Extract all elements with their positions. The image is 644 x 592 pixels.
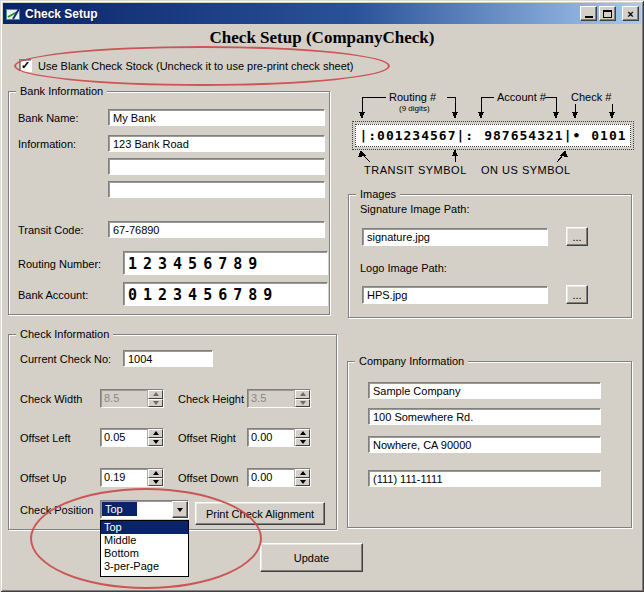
company-name-input[interactable] <box>368 382 601 399</box>
offset-up-stepper[interactable]: 0.19 <box>100 468 164 487</box>
offset-right-stepper[interactable]: 0.00 <box>247 428 311 447</box>
spin-down-icon <box>295 399 310 408</box>
routing-number-input[interactable] <box>123 251 328 275</box>
current-check-no-input[interactable] <box>123 350 213 367</box>
micr-annotation-diagram: Routing # (9 digits) Account # Check # T… <box>348 90 640 184</box>
spin-up-icon <box>148 390 163 399</box>
offset-down-stepper[interactable]: 0.00 <box>247 468 311 487</box>
dropdown-option-middle[interactable]: Middle <box>101 534 188 547</box>
use-blank-check-stock-label: Use Blank Check Stock (Uncheck it to use… <box>38 60 353 73</box>
spin-down-icon <box>148 438 163 447</box>
bank-name-input[interactable] <box>108 109 325 126</box>
check-position-label: Check Position <box>20 504 93 517</box>
spin-up-icon <box>148 429 163 438</box>
offset-down-label: Offset Down <box>178 472 238 485</box>
bank-account-label: Bank Account: <box>18 289 88 302</box>
logo-image-path-label: Logo Image Path: <box>360 262 447 275</box>
check-number-callout: Check # <box>571 91 612 103</box>
bank-information-input-3[interactable] <box>108 181 325 198</box>
images-legend: Images <box>356 188 400 201</box>
spin-up-icon <box>295 390 310 399</box>
check-information-legend: Check Information <box>16 328 113 341</box>
offset-left-stepper[interactable]: 0.05 <box>100 428 164 447</box>
routing-digits-note: (9 digits) <box>399 104 430 113</box>
on-us-symbol-callout: ON US SYMBOL <box>481 164 571 176</box>
maximize-icon <box>603 10 612 18</box>
signature-image-path-label: Signature Image Path: <box>360 203 469 216</box>
bank-information-input-2[interactable] <box>108 158 325 175</box>
print-check-alignment-button[interactable]: Print Check Alignment <box>195 502 325 525</box>
check-position-combobox[interactable]: Top <box>100 500 189 519</box>
account-number-callout: Account # <box>497 91 547 103</box>
bank-name-label: Bank Name: <box>18 112 79 125</box>
maximize-button[interactable] <box>599 6 616 21</box>
checkmark-icon: ✓ <box>21 60 30 71</box>
company-phone-input[interactable] <box>368 470 601 487</box>
current-check-no-label: Current Check No: <box>20 353 111 366</box>
spin-down-icon <box>295 478 310 487</box>
bank-information-input-1[interactable] <box>108 135 325 152</box>
spin-down-icon <box>148 399 163 408</box>
company-city-state-zip-input[interactable] <box>368 436 601 453</box>
minimize-button[interactable] <box>580 6 597 21</box>
dropdown-option-3-per-page[interactable]: 3-per-Page <box>101 560 188 573</box>
dropdown-option-top[interactable]: Top <box>101 521 188 534</box>
spin-up-icon <box>295 429 310 438</box>
spin-up-icon <box>148 469 163 478</box>
company-address-input[interactable] <box>368 408 601 425</box>
information-label: Information: <box>18 138 76 151</box>
update-button[interactable]: Update <box>260 543 363 572</box>
browse-logo-button[interactable]: ... <box>566 285 588 304</box>
signature-image-path-input[interactable] <box>362 228 548 246</box>
check-width-stepper: 8.5 <box>100 389 164 408</box>
bank-information-legend: Bank Information <box>16 85 107 98</box>
spin-up-icon <box>295 469 310 478</box>
routing-number-callout: Routing # <box>389 91 437 103</box>
offset-up-label: Offset Up <box>20 472 66 485</box>
transit-code-label: Transit Code: <box>18 224 84 237</box>
transit-code-input[interactable] <box>108 221 325 238</box>
minimize-icon <box>585 16 593 18</box>
spin-down-icon <box>148 478 163 487</box>
bank-account-input[interactable] <box>123 282 328 306</box>
close-button[interactable]: × <box>622 6 639 21</box>
check-height-stepper: 3.5 <box>247 389 311 408</box>
company-information-legend: Company Information <box>355 355 468 368</box>
check-setup-window: Check Setup × Check Setup (CompanyCheck)… <box>0 0 644 592</box>
app-icon <box>5 6 21 22</box>
window-title: Check Setup <box>25 7 578 21</box>
check-height-label: Check Height <box>178 393 244 406</box>
spin-down-icon <box>295 438 310 447</box>
chevron-down-icon[interactable] <box>172 501 188 518</box>
check-position-selected-value: Top <box>102 502 137 516</box>
check-width-label: Check Width <box>20 393 82 406</box>
routing-number-label: Routing Number: <box>18 258 101 271</box>
check-position-dropdown-list: Top Middle Bottom 3-per-Page <box>100 520 189 577</box>
transit-symbol-callout: TRANSIT SYMBOL <box>364 164 467 176</box>
page-title: Check Setup (CompanyCheck) <box>0 28 644 48</box>
offset-right-label: Offset Right <box>178 432 236 445</box>
offset-left-label: Offset Left <box>20 432 71 445</box>
browse-signature-button[interactable]: ... <box>566 227 588 246</box>
dropdown-option-bottom[interactable]: Bottom <box>101 547 188 560</box>
use-blank-check-stock-checkbox[interactable]: ✓ <box>19 59 32 72</box>
title-bar: Check Setup × <box>3 3 641 24</box>
logo-image-path-input[interactable] <box>362 286 548 304</box>
